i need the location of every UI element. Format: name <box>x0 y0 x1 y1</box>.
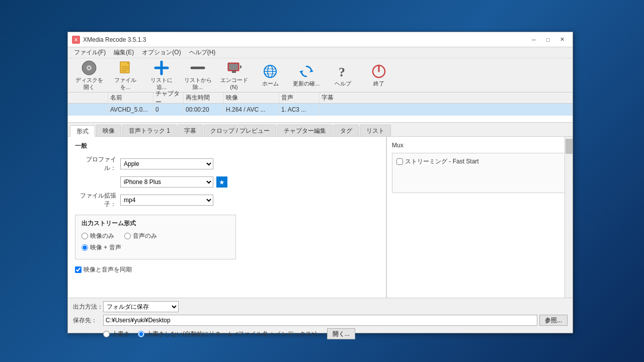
radio-audio-only[interactable]: 音声のみ <box>124 232 157 240</box>
overwrite-option[interactable]: 上書き <box>103 330 130 338</box>
app-icon: X <box>72 36 80 44</box>
toolbar-add-list-label: リストに追... <box>147 77 176 90</box>
col-video-header: 映像 <box>224 93 279 103</box>
toolbar-help[interactable]: ? ヘルプ <box>326 60 360 90</box>
row-duration: 00:00:20 <box>184 104 224 116</box>
row-name: AVCHD_5.0... <box>108 104 153 116</box>
toolbar-open-disk[interactable]: ディスクを開く <box>72 60 106 90</box>
menu-file[interactable]: ファイル(F) <box>70 47 110 58</box>
radio-video-only-input[interactable] <box>82 233 88 239</box>
toolbar-update[interactable]: 更新の確... <box>289 60 324 90</box>
col-audio-header: 音声 <box>279 93 319 103</box>
open-button[interactable]: 開く... <box>327 328 355 339</box>
mux-title: Mux <box>392 142 568 149</box>
ext-form-row: ファイル拡張子： mp4 <box>75 192 379 209</box>
ext-select[interactable]: mp4 <box>120 195 213 206</box>
device-select[interactable]: iPhone 8 Plus <box>120 176 213 188</box>
minimize-button[interactable]: ─ <box>527 35 540 45</box>
menu-help[interactable]: ヘルプ(H) <box>185 47 220 58</box>
section-general-title: 一般 <box>75 142 379 150</box>
radio-video-audio[interactable]: 映像 + 音声 <box>82 243 121 252</box>
toolbar-home[interactable]: ホーム <box>253 60 287 90</box>
radio-video-only[interactable]: 映像のみ <box>82 232 114 240</box>
star-button[interactable]: ★ <box>216 176 227 188</box>
toolbar-exit[interactable]: 終了 <box>362 60 396 90</box>
toolbar-encode[interactable]: エンコード(N) <box>217 60 251 90</box>
stream-radio-row1: 映像のみ 音声のみ <box>82 232 229 240</box>
toolbar-remove-list[interactable]: リストから除... <box>181 60 215 90</box>
right-panel: Mux ストリーミング - Fast Start <box>386 137 573 298</box>
menubar: ファイル(F) 編集(E) オプション(O) ヘルプ(H) <box>68 47 573 58</box>
ext-label: ファイル拡張子： <box>75 192 120 209</box>
encode-icon <box>226 60 242 76</box>
toolbar-open-file-label: ファイルを... <box>111 77 140 90</box>
tab-video[interactable]: 映像 <box>96 125 121 136</box>
profile-label: プロファイル： <box>75 155 120 172</box>
disk-icon <box>81 60 97 76</box>
tab-crop[interactable]: クロップ / プレビュー <box>204 125 276 136</box>
file-list-header: 名前 チャプター 再生時間 映像 音声 字幕 <box>68 93 573 104</box>
toolbar-home-label: ホーム <box>262 80 279 87</box>
output-method-select[interactable]: フォルダに保存 <box>103 301 179 312</box>
col-thumb-header <box>68 93 108 103</box>
title-bar: X XMedia Recode 3.5.1.3 ─ □ ✕ <box>68 32 573 47</box>
tab-chapter[interactable]: チャプター編集 <box>277 125 333 136</box>
close-button[interactable]: ✕ <box>555 35 569 45</box>
sync-row: 映像と音声を同期 <box>75 265 379 274</box>
svg-rect-11 <box>229 64 238 70</box>
radio-video-audio-input[interactable] <box>82 244 88 251</box>
toolbar-add-list[interactable]: リストに追... <box>144 60 179 90</box>
output-method-row: 出力方法： フォルダに保存 <box>73 301 568 312</box>
tab-format[interactable]: 形式 <box>70 125 95 137</box>
stream-radio-row2: 映像 + 音声 <box>82 243 229 252</box>
menu-options[interactable]: オプション(O) <box>138 47 185 58</box>
main-window: X XMedia Recode 3.5.1.3 ─ □ ✕ ファイル(F) 編集… <box>67 32 573 333</box>
sync-checkbox[interactable] <box>75 266 82 273</box>
toolbar-update-label: 更新の確... <box>293 80 319 87</box>
tab-subtitle[interactable]: 字幕 <box>178 125 203 136</box>
row-subtitle <box>319 104 360 116</box>
tab-audio[interactable]: 音声トラック 1 <box>122 125 177 136</box>
toolbar-encode-label: エンコード(N) <box>219 77 249 90</box>
scrollbar-track[interactable] <box>565 137 573 298</box>
window-title: XMedia Recode 3.5.1.3 <box>83 36 146 43</box>
row-video: H.264 / AVC ... <box>224 104 279 116</box>
scrollbar-thumb[interactable] <box>566 139 573 154</box>
title-bar-left: X XMedia Recode 3.5.1.3 <box>72 36 146 44</box>
save-options: 上書き 上書きしない(自動的にリネーム <ファイル名 + インデックス>) 開く… <box>103 328 355 339</box>
save-path-row: 保存先： 参照... <box>73 315 568 326</box>
file-row[interactable]: AVCHD_5.0... 0 00:00:20 H.264 / AVC ... … <box>68 104 573 116</box>
profile-select[interactable]: Apple <box>120 158 213 169</box>
col-duration-header: 再生時間 <box>184 93 224 103</box>
streaming-checkbox[interactable] <box>396 158 403 165</box>
radio-audio-only-input[interactable] <box>124 233 131 239</box>
toolbar-open-file[interactable]: ファイルを... <box>108 60 142 90</box>
col-name-header: 名前 <box>108 93 153 103</box>
bottom-bar: 出力方法： フォルダに保存 保存先： 参照... 上書き <box>68 298 573 333</box>
help-icon: ? <box>335 63 351 79</box>
col-chapter-header: チャプター <box>153 93 184 103</box>
tab-list[interactable]: リスト <box>360 125 391 136</box>
svg-text:?: ? <box>339 65 345 79</box>
save-path-input[interactable] <box>103 315 537 326</box>
no-overwrite-option[interactable]: 上書きしない(自動的にリネーム <ファイル名 + インデックス>) <box>138 330 317 338</box>
toolbar-help-label: ヘルプ <box>335 80 351 87</box>
maximize-button[interactable]: □ <box>541 35 554 45</box>
content-area: 一般 プロファイル： Apple iPhone 8 Plus ★ <box>68 137 573 298</box>
tab-tag[interactable]: タグ <box>334 125 359 136</box>
no-overwrite-radio[interactable] <box>138 331 144 337</box>
streaming-label-row[interactable]: ストリーミング - Fast Start <box>396 157 563 166</box>
tabs-bar: 形式 映像 音声トラック 1 字幕 クロップ / プレビュー チャプター編集 タ… <box>68 123 573 137</box>
sync-label[interactable]: 映像と音声を同期 <box>84 265 132 274</box>
row-thumb <box>68 104 108 116</box>
file-icon <box>117 60 133 76</box>
toolbar: ディスクを開く ファイルを... <box>68 58 573 93</box>
mux-section: ストリーミング - Fast Start <box>392 153 568 193</box>
svg-point-2 <box>88 67 90 69</box>
streaming-label-text: ストリーミング - Fast Start <box>405 157 479 166</box>
toolbar-remove-list-label: リストから除... <box>183 77 212 90</box>
browse-button[interactable]: 参照... <box>539 315 568 326</box>
toolbar-open-disk-label: ディスクを開く <box>74 77 104 90</box>
menu-edit[interactable]: 編集(E) <box>110 47 138 58</box>
overwrite-radio[interactable] <box>103 331 110 337</box>
